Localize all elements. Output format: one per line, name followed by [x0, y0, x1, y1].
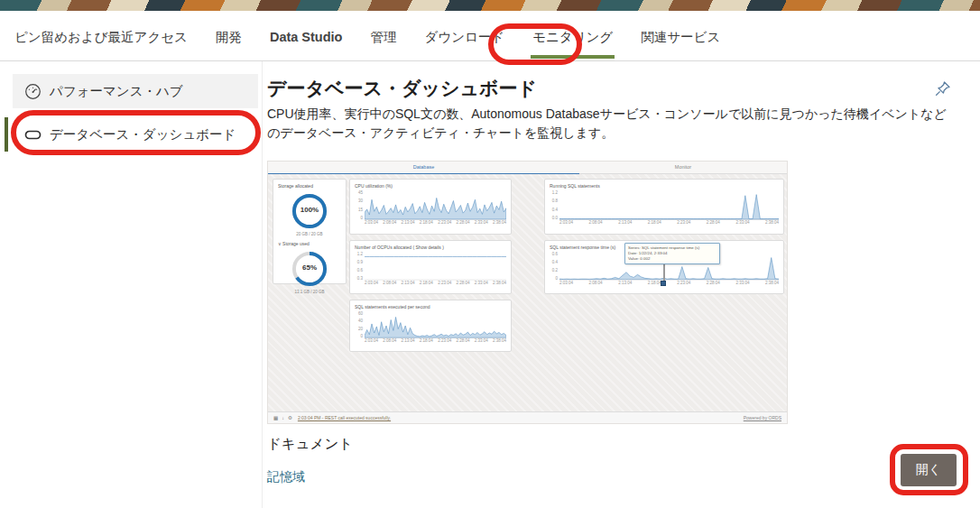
- gauge-icon: [24, 83, 42, 100]
- tab-data-studio[interactable]: Data Studio: [268, 14, 345, 57]
- sidebar: パフォーマンス・ハブ データベース・ダッシュボード: [0, 61, 262, 508]
- tooltip-connector: [663, 263, 665, 282]
- tab-monitoring[interactable]: モニタリング: [531, 14, 615, 59]
- running-sql-card: Running SQL statements 1.20.80.40.02:03:…: [544, 179, 784, 235]
- sidebar-item-database-dashboard[interactable]: データベース・ダッシュボード: [13, 115, 258, 153]
- cpu-utilization-chart: 45301502:03:042:08:042:13:042:18:042:23:…: [355, 190, 506, 232]
- powered-by-label: Powered by ORDS: [744, 415, 781, 420]
- sql-per-second-chart: 60402002:03:042:08:042:13:042:18:042:23:…: [355, 311, 506, 349]
- top-navigation: ピン留めおよび最近アクセス 開発 Data Studio 管理 ダウンロード モ…: [0, 11, 980, 61]
- sidebar-divider: [262, 61, 263, 508]
- storage-doc-link[interactable]: 記憶域: [267, 469, 305, 485]
- dashboard-preview-image: Database Monitor Storage allocated 100% …: [267, 161, 788, 424]
- app-window: ピン留めおよび最近アクセス 開発 Data Studio 管理 ダウンロード モ…: [0, 0, 980, 508]
- tab-administration[interactable]: 管理: [368, 14, 398, 59]
- sql-response-time-card: SQL statement response time (s) 0.60.40.…: [544, 240, 784, 294]
- cpu-utilization-card: CPU utilization (%) 45301502:03:042:08:0…: [349, 179, 512, 235]
- status-message: 2:03:04 PM - REST call executed successf…: [298, 415, 391, 420]
- page-description: CPU使用率、実行中のSQL文の数、Autonomous Databaseサービ…: [267, 105, 953, 143]
- oval-icon: [24, 126, 42, 143]
- tab-development[interactable]: 開発: [214, 14, 244, 59]
- tooltip-marker: [661, 281, 666, 286]
- tab-downloads[interactable]: ダウンロード: [422, 14, 506, 59]
- decorative-banner: [0, 0, 980, 11]
- preview-tab-monitor: Monitor: [590, 164, 777, 170]
- preview-tabbar: Database Monitor: [268, 162, 787, 174]
- chart-tooltip: Series: SQL statement response time (s) …: [624, 243, 720, 264]
- pin-icon[interactable]: [932, 79, 952, 99]
- sql-per-second-card: SQL statements executed per second 60402…: [349, 300, 512, 352]
- ocpu-allocated-card: Number of OCPUs allocated ( Show details…: [349, 240, 512, 294]
- preview-statusbar: ▦ ↓ ⚙ 2:03:04 PM - REST call executed su…: [268, 411, 787, 423]
- storage-used-toggle: ∨ Storage used: [278, 241, 341, 246]
- download-icon: ↓: [282, 415, 284, 420]
- ocpu-allocated-chart: 1.20.90.60.32:03:042:08:042:13:042:18:04…: [355, 252, 506, 291]
- running-sql-chart: 1.20.80.40.02:03:042:08:042:13:042:18:04…: [550, 190, 779, 232]
- preview-tab-underline: [268, 173, 579, 175]
- documentation-heading: ドキュメント: [267, 435, 353, 454]
- sidebar-item-label: パフォーマンス・ハブ: [50, 83, 183, 100]
- sidebar-item-label: データベース・ダッシュボード: [50, 126, 236, 143]
- tab-related-services[interactable]: 関連サービス: [639, 14, 722, 59]
- active-item-indicator: [5, 117, 8, 152]
- grid-icon: ▦: [273, 415, 278, 420]
- tab-pinned-recent[interactable]: ピン留めおよび最近アクセス: [13, 14, 190, 59]
- page-title: データベース・ダッシュボード: [267, 76, 537, 101]
- preview-tab-database: Database: [268, 164, 579, 170]
- storage-allocated-gauge: 100%: [290, 191, 329, 231]
- storage-card: Storage allocated 100% 20 GB / 20 GB ∨ S…: [273, 179, 347, 284]
- sidebar-item-performance-hub[interactable]: パフォーマンス・ハブ: [13, 74, 258, 108]
- storage-used-gauge: 65%: [290, 249, 329, 289]
- storage-allocated-title: Storage allocated: [278, 183, 341, 189]
- open-button[interactable]: 開く: [901, 454, 957, 486]
- gear-icon: ⚙: [288, 415, 292, 420]
